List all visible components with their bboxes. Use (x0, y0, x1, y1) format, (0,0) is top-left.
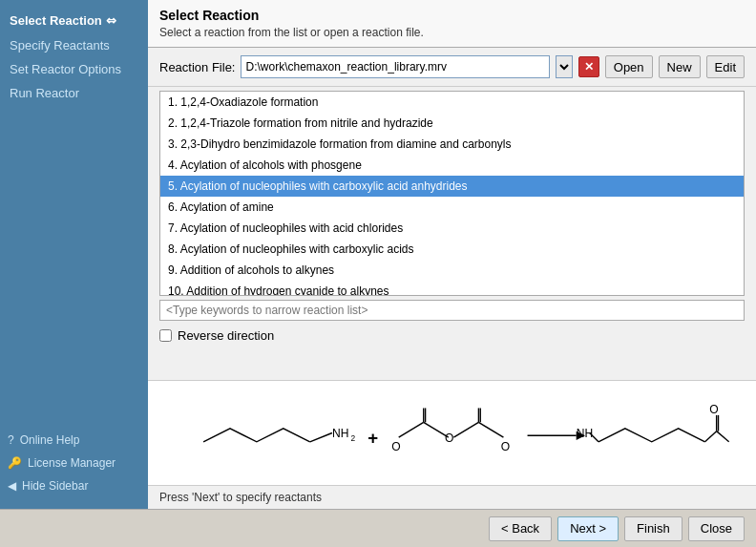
sidebar-item-select-reaction[interactable]: Select Reaction ⇔ (0, 8, 148, 33)
help-icon: ? (8, 433, 14, 447)
reverse-direction-label: Reverse direction (178, 328, 274, 343)
reaction-file-dropdown[interactable]: ▼ (556, 55, 573, 78)
list-item[interactable]: 6. Acylation of amine (160, 197, 744, 218)
clear-file-button[interactable]: ✕ (578, 56, 599, 77)
finish-button[interactable]: Finish (624, 516, 682, 541)
page-title: Select Reaction (159, 8, 745, 23)
svg-line-19 (705, 431, 717, 442)
svg-line-9 (453, 422, 478, 437)
arrow-icon: ⇔ (106, 13, 116, 28)
sidebar-select-reaction-label: Select Reaction (10, 13, 102, 28)
online-help-button[interactable]: ? Online Help (0, 429, 148, 452)
status-text: Press 'Next' to specify reactants (159, 491, 322, 504)
reverse-direction-checkbox[interactable] (159, 329, 172, 342)
svg-line-4 (399, 422, 424, 437)
svg-line-10 (478, 422, 503, 437)
reaction-file-row: Reaction File: ▼ ✕ Open New Edit (148, 48, 756, 87)
open-button[interactable]: Open (605, 55, 653, 78)
reaction-list-container: 1. 1,2,4-Oxadiazole formation 2. 1,2,4-T… (159, 91, 745, 296)
list-item[interactable]: 7. Acylation of nucleophiles with acid c… (160, 218, 744, 239)
svg-text:O: O (709, 403, 718, 416)
reaction-file-input[interactable] (241, 55, 549, 78)
reaction-svg: NH 2 + O O O (156, 389, 748, 477)
back-button[interactable]: < Back (489, 516, 552, 541)
key-icon: 🔑 (8, 456, 22, 470)
license-manager-button[interactable]: 🔑 License Manager (0, 452, 148, 474)
bottom-bar: < Back Next > Finish Close (0, 509, 756, 547)
svg-text:O: O (445, 431, 453, 445)
reaction-list[interactable]: 1. 1,2,4-Oxadiazole formation 2. 1,2,4-T… (160, 92, 744, 295)
search-input[interactable] (159, 300, 745, 321)
sidebar: Select Reaction ⇔ Specify Reactants Set … (0, 0, 148, 509)
reaction-diagram: NH 2 + O O O (148, 380, 756, 485)
sidebar-item-specify-reactants[interactable]: Specify Reactants (0, 33, 148, 57)
new-button[interactable]: New (659, 55, 701, 78)
list-item[interactable]: 1. 1,2,4-Oxadiazole formation (160, 92, 744, 113)
content-area: Select Reaction Select a reaction from t… (148, 0, 756, 509)
svg-text:O: O (391, 440, 400, 453)
list-item[interactable]: 8. Acylation of nucleophiles with carbox… (160, 239, 744, 260)
search-row (148, 296, 756, 325)
sidebar-item-run-reactor[interactable]: Run Reactor (0, 81, 148, 105)
svg-text:2: 2 (350, 433, 355, 443)
svg-text:NH: NH (332, 427, 348, 440)
hide-sidebar-button[interactable]: ◀ Hide Sidebar (0, 474, 148, 497)
list-item[interactable]: 10. Addition of hydrogen cyanide to alky… (160, 281, 744, 295)
close-button[interactable]: Close (688, 516, 745, 541)
list-item[interactable]: 4. Acylation of alcohols with phosgene (160, 155, 744, 176)
select-area: 1. 1,2,4-Oxadiazole formation 2. 1,2,4-T… (148, 87, 756, 380)
edit-button[interactable]: Edit (706, 55, 745, 78)
list-item[interactable]: 2. 1,2,4-Triazole formation from nitrile… (160, 113, 744, 134)
header-panel: Select Reaction Select a reaction from t… (148, 0, 756, 48)
list-item[interactable]: 9. Addition of alcohols to alkynes (160, 260, 744, 281)
status-bar: Press 'Next' to specify reactants (148, 485, 756, 509)
list-item-selected[interactable]: 5. Acylation of nucleophiles with carbox… (160, 176, 744, 197)
reverse-direction-row: Reverse direction (148, 325, 756, 350)
svg-text:O: O (501, 440, 510, 453)
page-subtitle: Select a reaction from the list or open … (159, 26, 745, 39)
list-item[interactable]: 3. 2,3-Dihydro benzimidazole formation f… (160, 134, 744, 155)
sidebar-item-set-reactor-options[interactable]: Set Reactor Options (0, 57, 148, 81)
svg-line-0 (310, 433, 332, 442)
chevron-left-icon: ◀ (8, 479, 16, 493)
next-button[interactable]: Next > (557, 516, 619, 541)
reaction-file-label: Reaction File: (159, 60, 235, 74)
svg-line-23 (717, 431, 729, 442)
svg-text:NH: NH (577, 427, 593, 440)
svg-text:+: + (368, 428, 378, 448)
